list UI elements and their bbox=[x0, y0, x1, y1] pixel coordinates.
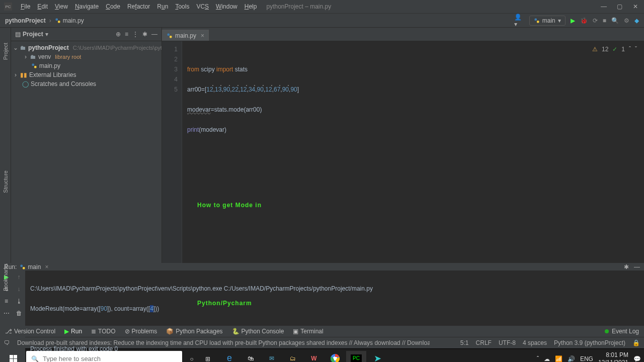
expander-open-icon[interactable]: ⌄ bbox=[13, 44, 18, 51]
left-stripe: Project Structure Bookmarks bbox=[0, 28, 11, 263]
taskbar-search[interactable]: 🔍 bbox=[26, 351, 182, 363]
hide-icon[interactable]: — bbox=[151, 31, 157, 38]
expander-closed-icon[interactable]: › bbox=[23, 53, 28, 60]
coverage-icon[interactable]: ⟳ bbox=[593, 17, 598, 24]
stop-button[interactable]: ■ bbox=[603, 17, 606, 24]
locate-icon[interactable]: ⊕ bbox=[116, 31, 121, 38]
up-icon[interactable]: ↑ bbox=[18, 274, 21, 281]
collapse-icon[interactable]: ⋮ bbox=[132, 31, 138, 38]
python-file-icon bbox=[55, 18, 61, 24]
expander-closed-icon[interactable]: › bbox=[13, 71, 18, 78]
tw-todo[interactable]: ≣TODO bbox=[91, 328, 115, 335]
filter-icon[interactable]: ⭳ bbox=[16, 298, 22, 305]
debug-button[interactable]: 🐞 bbox=[580, 17, 588, 24]
venv-name: venv bbox=[38, 53, 51, 60]
breadcrumb-file[interactable]: main.py bbox=[63, 17, 84, 24]
stripe-bookmarks[interactable]: Bookmarks bbox=[3, 263, 9, 291]
svg-rect-6 bbox=[168, 34, 170, 36]
tray-expand-icon[interactable]: ˆ bbox=[537, 355, 539, 363]
minimize-icon[interactable]: — bbox=[601, 3, 608, 10]
tw-version-control[interactable]: ⎇Version Control bbox=[5, 328, 55, 335]
more-icon[interactable]: ⋯ bbox=[4, 310, 10, 317]
user-icon[interactable]: 👤▾ bbox=[514, 14, 524, 28]
menu-help[interactable]: Help bbox=[241, 3, 261, 10]
tree-scratches[interactable]: ◯ Scratches and Consoles bbox=[11, 79, 162, 88]
inspection-badges[interactable]: ⚠12 ✓1 ˆ ˇ bbox=[592, 44, 637, 54]
overlay-line2: Python/Pycharm bbox=[197, 299, 401, 307]
window-title: pythonProject – main.py bbox=[266, 3, 331, 10]
close-icon[interactable]: ✕ bbox=[633, 3, 640, 10]
wifi-icon[interactable]: 📶 bbox=[555, 355, 562, 363]
menu-navigate[interactable]: Navigate bbox=[71, 3, 102, 10]
tw-event-log[interactable]: Event Log bbox=[605, 328, 639, 335]
menu-code[interactable]: Code bbox=[102, 3, 124, 10]
encoding[interactable]: UTF-8 bbox=[499, 339, 516, 346]
hide-icon[interactable]: — bbox=[634, 263, 640, 270]
project-panel-header: ▤ Project ▾ ⊕ ≡ ⋮ ✱ — bbox=[11, 28, 162, 41]
code-text[interactable]: ⚠12 ✓1 ˆ ˇ from scipy import stats arr00… bbox=[182, 41, 644, 263]
interpreter[interactable]: Python 3.9 (pythonProject) bbox=[554, 339, 625, 346]
status-notification-icon[interactable]: 🗨 bbox=[4, 339, 10, 346]
menu-run[interactable]: Run bbox=[153, 3, 172, 10]
tw-run[interactable]: ▶Run bbox=[64, 328, 82, 335]
breadcrumb-project[interactable]: pythonProject bbox=[5, 17, 46, 24]
language-indicator[interactable]: ENG bbox=[580, 355, 593, 363]
menu-edit[interactable]: Edit bbox=[34, 3, 51, 10]
clock[interactable]: 8:01 PM 12/11/2021 bbox=[598, 351, 628, 362]
notifications-icon[interactable]: 💬 bbox=[633, 355, 641, 363]
tree-ext-lib[interactable]: › ▮▮ External Libraries bbox=[11, 70, 162, 79]
volume-icon[interactable]: 🔊 bbox=[568, 355, 575, 363]
close-tab-icon[interactable]: × bbox=[45, 263, 48, 270]
folder-icon: 🖿 bbox=[30, 53, 36, 60]
project-panel-title[interactable]: Project bbox=[23, 31, 43, 38]
nav-down-icon[interactable]: ˇ bbox=[635, 44, 637, 54]
tree-file-main[interactable]: main.py bbox=[11, 61, 162, 70]
editor-tab-main[interactable]: main.py × bbox=[162, 30, 209, 41]
tw-problems[interactable]: ⊘Problems bbox=[125, 328, 157, 335]
run-tab[interactable]: main × bbox=[20, 263, 48, 270]
caret-pos[interactable]: 5:1 bbox=[460, 339, 469, 346]
maximize-icon[interactable]: ▢ bbox=[617, 3, 624, 10]
tree-venv[interactable]: › 🖿 venv library root bbox=[11, 52, 162, 61]
run-config-select[interactable]: main ▾ bbox=[529, 16, 566, 26]
close-tab-icon[interactable]: × bbox=[201, 32, 204, 39]
line-ending[interactable]: CRLF bbox=[476, 339, 492, 346]
assist-icon[interactable]: ◆ bbox=[634, 17, 639, 24]
menu-refactor[interactable]: Refactor bbox=[124, 3, 153, 10]
search-icon[interactable]: 🔍 bbox=[611, 17, 619, 24]
nav-up-icon[interactable]: ˆ bbox=[629, 44, 631, 54]
code-area[interactable]: 12345 ⚠12 ✓1 ˆ ˇ from scipy import stats… bbox=[162, 41, 644, 263]
stripe-project[interactable]: Project bbox=[3, 43, 9, 60]
indent[interactable]: 4 spaces bbox=[523, 339, 547, 346]
menu-window[interactable]: Window bbox=[212, 3, 241, 10]
gear-icon[interactable]: ⚙ bbox=[624, 17, 629, 24]
trash-icon[interactable]: 🗑 bbox=[16, 310, 22, 317]
breadcrumb[interactable]: pythonProject › main.py bbox=[5, 17, 84, 24]
overlay-caption: How to get Mode in Python/Pycharm bbox=[197, 112, 401, 362]
wrap-icon[interactable]: ≡ bbox=[5, 298, 8, 305]
python-icon bbox=[534, 18, 540, 24]
stripe-structure[interactable]: Structure bbox=[3, 170, 9, 193]
gear-icon[interactable]: ✱ bbox=[624, 263, 629, 270]
expand-icon[interactable]: ≡ bbox=[125, 31, 128, 38]
svg-rect-0 bbox=[55, 18, 58, 21]
run-tab-label: main bbox=[28, 263, 41, 270]
root-name: pythonProject bbox=[28, 44, 69, 51]
menu-vcs[interactable]: VCS bbox=[193, 3, 212, 10]
lock-icon[interactable]: 🔒 bbox=[632, 339, 640, 346]
tab-label: main.py bbox=[175, 32, 196, 39]
menu-tools[interactable]: Tools bbox=[172, 3, 193, 10]
run-button[interactable]: ▶ bbox=[571, 17, 575, 24]
project-tree[interactable]: ⌄ 🖿 pythonProject C:\Users\IMAD\PycharmP… bbox=[11, 41, 162, 90]
chevron-down-icon[interactable]: ▾ bbox=[45, 31, 48, 38]
system-tray: ˆ ☁ 📶 🔊 ENG 8:01 PM 12/11/2021 💬 bbox=[537, 351, 641, 362]
menu-file[interactable]: File bbox=[17, 3, 34, 10]
settings-icon[interactable]: ✱ bbox=[142, 31, 147, 38]
start-button[interactable] bbox=[3, 351, 23, 363]
menu-view[interactable]: View bbox=[51, 3, 71, 10]
down-icon[interactable]: ↓ bbox=[18, 286, 21, 293]
tree-root[interactable]: ⌄ 🖿 pythonProject C:\Users\IMAD\PycharmP… bbox=[11, 43, 162, 52]
search-input[interactable] bbox=[43, 355, 177, 362]
cortana-icon[interactable]: ○ bbox=[185, 351, 198, 363]
onedrive-icon[interactable]: ☁ bbox=[544, 355, 550, 363]
